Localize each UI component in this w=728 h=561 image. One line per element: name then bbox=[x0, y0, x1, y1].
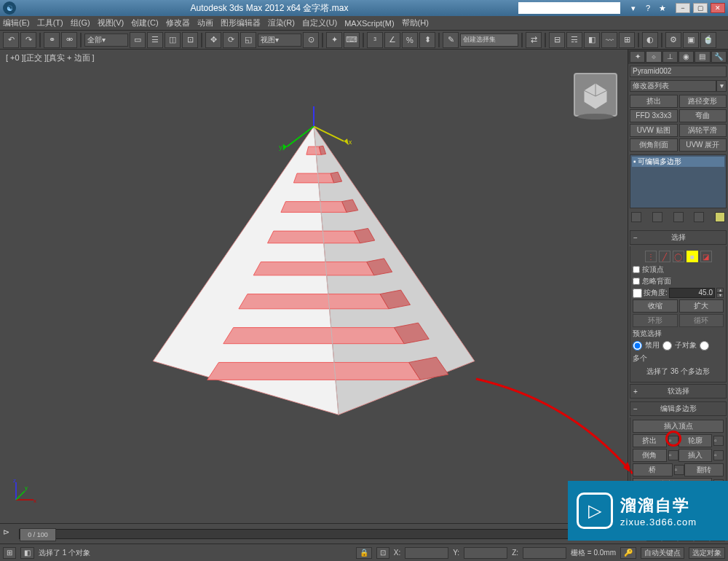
help-star-icon[interactable]: ★ bbox=[657, 2, 668, 14]
motion-tab[interactable]: ◉ bbox=[678, 51, 694, 63]
time-slider-thumb[interactable]: 0 / 100 bbox=[20, 528, 56, 541]
menu-tools[interactable]: 工具(T) bbox=[37, 17, 63, 28]
layer-manager-button[interactable]: ☴ bbox=[566, 32, 582, 48]
render-setup-button[interactable]: ⚙ bbox=[665, 32, 681, 48]
rotate-button[interactable]: ⟳ bbox=[223, 32, 239, 48]
make-unique-icon[interactable] bbox=[673, 212, 684, 222]
render-frame-button[interactable]: ▣ bbox=[683, 32, 699, 48]
mod-turbosmooth-button[interactable]: 涡轮平滑 bbox=[679, 124, 727, 137]
mod-pathdeform-button[interactable]: 路径变形 bbox=[679, 95, 727, 108]
close-button[interactable]: ✕ bbox=[711, 3, 725, 13]
preview-subobj-radio[interactable] bbox=[662, 341, 672, 350]
restore-button[interactable]: ▢ bbox=[693, 3, 708, 13]
element-subobj-icon[interactable]: ◪ bbox=[700, 251, 712, 262]
by-angle-checkbox[interactable] bbox=[633, 289, 642, 298]
link-button[interactable]: ⚭ bbox=[44, 32, 60, 48]
lock-selection-icon[interactable]: 🔒 bbox=[356, 547, 372, 559]
graphite-button[interactable]: ◧ bbox=[584, 32, 600, 48]
menu-modifiers[interactable]: 修改器 bbox=[166, 17, 190, 28]
minimize-button[interactable]: − bbox=[676, 3, 690, 13]
timeline-lock-icon[interactable]: ⊳ bbox=[3, 527, 16, 541]
reference-coord[interactable]: 视图 ▾ bbox=[258, 34, 301, 47]
display-tab[interactable]: ▤ bbox=[695, 51, 710, 63]
undo-button[interactable]: ↶ bbox=[3, 32, 19, 48]
material-editor-button[interactable]: ◐ bbox=[642, 32, 658, 48]
move-button[interactable]: ✥ bbox=[205, 32, 221, 48]
angle-value-input[interactable]: 45.0 bbox=[669, 288, 715, 298]
modifier-stack[interactable]: ▪ 可编辑多边形 bbox=[630, 154, 727, 209]
bevel-button[interactable]: 倒角 bbox=[633, 449, 667, 462]
render-button[interactable]: 🍵 bbox=[700, 32, 716, 48]
isolate-icon[interactable]: ◧ bbox=[20, 547, 34, 559]
select-region-button[interactable]: ◫ bbox=[165, 32, 181, 48]
modifier-list-dropdown[interactable]: 修改器列表 ▾ bbox=[630, 80, 727, 92]
bridge-settings-button[interactable]: ▫ bbox=[674, 465, 684, 475]
mod-bend-button[interactable]: 弯曲 bbox=[679, 109, 727, 122]
redo-button[interactable]: ↷ bbox=[20, 32, 36, 48]
hierarchy-tab[interactable]: ⊥ bbox=[662, 51, 678, 63]
auto-key-button[interactable]: 自动关键点 bbox=[641, 547, 684, 559]
curve-editor-button[interactable]: 〰 bbox=[601, 32, 617, 48]
preview-disable-radio[interactable] bbox=[633, 341, 642, 350]
flip-button[interactable]: 翻转 bbox=[684, 463, 724, 476]
edit-named-sel-button[interactable]: ✎ bbox=[443, 32, 459, 48]
rollout-soft-selection-header[interactable]: +软选择 bbox=[630, 384, 727, 399]
manipulate-button[interactable]: ✦ bbox=[326, 32, 342, 48]
menu-render[interactable]: 渲染(R) bbox=[268, 17, 295, 28]
schematic-button[interactable]: ⊞ bbox=[619, 32, 635, 48]
key-icon[interactable]: 🔑 bbox=[620, 547, 636, 559]
mod-uvwmap-button[interactable]: UVW 贴图 bbox=[630, 124, 678, 137]
remove-modifier-icon[interactable] bbox=[694, 212, 704, 222]
configure-sets-icon[interactable] bbox=[715, 212, 725, 222]
menu-maxscript[interactable]: MAXScript(M) bbox=[344, 19, 394, 28]
modify-tab[interactable]: ⟐ bbox=[646, 51, 661, 63]
x-coord-input[interactable] bbox=[405, 547, 448, 559]
extrude-button[interactable]: 挤出 bbox=[633, 434, 667, 447]
percent-snap-button[interactable]: % bbox=[402, 32, 418, 48]
keyboard-shortcut-button[interactable]: ⌨ bbox=[344, 32, 360, 48]
select-name-button[interactable]: ☰ bbox=[147, 32, 163, 48]
viewport-label[interactable]: [ +0 ][正交 ][真实 + 边面 ] bbox=[6, 52, 95, 63]
polygon-subobj-icon[interactable]: ■ bbox=[687, 251, 698, 262]
menu-help[interactable]: 帮助(H) bbox=[402, 17, 429, 28]
object-name-field[interactable]: Pyramid002 bbox=[630, 66, 727, 77]
scale-button[interactable]: ◱ bbox=[240, 32, 256, 48]
bevel-settings-button[interactable]: ▫ bbox=[668, 450, 678, 460]
window-crossing-button[interactable]: ⊡ bbox=[182, 32, 198, 48]
outline-settings-button[interactable]: ▫ bbox=[713, 436, 724, 446]
viewport[interactable]: z x y z x y bbox=[3, 66, 625, 520]
inset-settings-button[interactable]: ▫ bbox=[713, 450, 724, 460]
rollout-edit-polygons-header[interactable]: −编辑多边形 bbox=[630, 401, 727, 416]
extrude-settings-button[interactable]: ▫ bbox=[668, 436, 678, 446]
menu-create[interactable]: 创建(C) bbox=[131, 17, 158, 28]
shrink-button[interactable]: 收缩 bbox=[633, 299, 678, 313]
mod-ffd-button[interactable]: FFD 3x3x3 bbox=[630, 109, 678, 122]
angle-spin-up[interactable]: ▴ bbox=[716, 288, 724, 293]
align-button[interactable]: ⊟ bbox=[549, 32, 565, 48]
utilities-tab[interactable]: 🔧 bbox=[711, 51, 727, 63]
preview-multi-radio[interactable] bbox=[700, 341, 709, 350]
mod-extrude-button[interactable]: 挤出 bbox=[630, 95, 678, 108]
ignore-backfacing-checkbox[interactable] bbox=[633, 278, 640, 285]
by-vertex-checkbox[interactable] bbox=[633, 266, 640, 273]
grow-button[interactable]: 扩大 bbox=[679, 299, 724, 313]
snap-toggle-button[interactable]: ³ bbox=[367, 32, 383, 48]
z-coord-input[interactable] bbox=[523, 547, 566, 559]
menu-graph[interactable]: 图形编辑器 bbox=[221, 17, 261, 28]
ring-button[interactable]: 环形 bbox=[633, 314, 678, 327]
loop-button[interactable]: 循环 bbox=[679, 314, 724, 327]
help-icon[interactable]: ? bbox=[642, 2, 654, 14]
named-selection-set[interactable]: 创建选择集 bbox=[460, 34, 518, 47]
angle-snap-button[interactable]: ∠ bbox=[384, 32, 400, 48]
outline-button[interactable]: 轮廓 bbox=[678, 434, 713, 447]
selection-filter[interactable]: 全部 ▾ bbox=[84, 34, 128, 47]
lock-icon[interactable]: ⊞ bbox=[3, 547, 16, 559]
show-end-result-icon[interactable] bbox=[652, 212, 662, 222]
pin-stack-icon[interactable] bbox=[631, 212, 641, 222]
menu-customize[interactable]: 自定义(U) bbox=[302, 17, 337, 28]
transform-type-icon[interactable]: ⊡ bbox=[376, 547, 389, 559]
border-subobj-icon[interactable]: ◯ bbox=[673, 251, 684, 262]
help-dropdown-icon[interactable]: ▾ bbox=[628, 2, 639, 14]
create-tab[interactable]: ✦ bbox=[630, 51, 645, 63]
mirror-button[interactable]: ⇄ bbox=[526, 32, 542, 48]
